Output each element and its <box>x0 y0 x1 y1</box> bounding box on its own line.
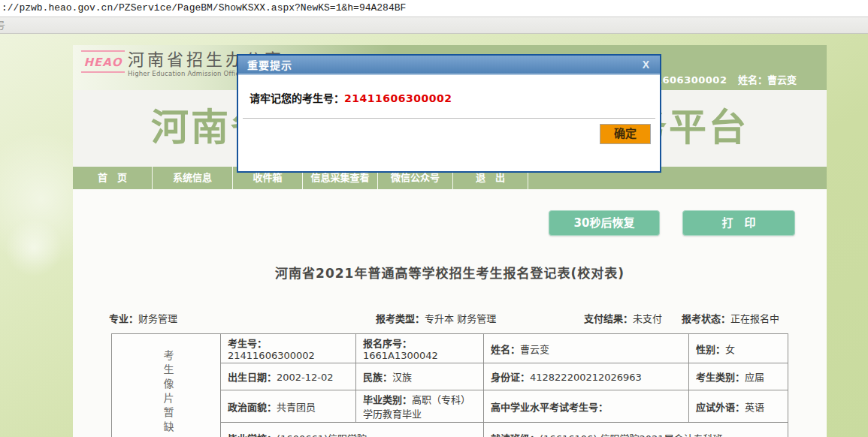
cell-enrolled-class: 就读班级：(16616106) 信阳学院2021届会计专科班 <box>484 423 788 437</box>
candidate-photo-placeholder: 考生像片暂缺 <box>112 334 221 437</box>
cell-graduation-school: 毕业学校：(1600661)信阳学院 <box>221 423 484 437</box>
nav-item-system-info[interactable]: 系统信息 <box>153 167 233 189</box>
browser-address-bar[interactable]: ://pzwb.heao.gov.cn/PZService/PageBM/Sho… <box>0 0 868 17</box>
registration-table: 考生像片暂缺 考生号：21411606300002 报名序号：1661A1300… <box>111 333 788 437</box>
dialog-message-label: 请牢记您的考生号： <box>250 92 344 104</box>
cell-hs-exam-number: 高中学业水平考试考生号： <box>484 390 689 423</box>
browser-toolbar: 号 <box>0 17 868 34</box>
toolbar-clipped-text: 号 <box>0 20 5 31</box>
form-summary-row: 专业：财务管理 报考类型：专升本 财务管理 支付结果：未支付 报考状态：正在报名… <box>73 311 827 327</box>
nav-item-home[interactable]: 首 页 <box>73 167 153 189</box>
dialog-candidate-number: 21411606300002 <box>344 92 452 104</box>
cell-candidate-type: 考生类别：应届 <box>689 363 788 390</box>
summary-major: 专业：财务管理 <box>109 311 177 325</box>
summary-apply-status: 报考状态：正在报名中 <box>682 311 779 325</box>
ok-button[interactable]: 确定 <box>600 124 651 144</box>
cell-bmxh: 报名序号：1661A1300042 <box>356 334 484 363</box>
close-icon[interactable]: X <box>643 59 660 71</box>
cell-ethnicity: 民族：汉族 <box>356 363 484 390</box>
cell-id-number: 身份证：412822200212026963 <box>484 363 689 390</box>
heao-logo-icon: HEAO <box>81 50 125 73</box>
dialog-body: 请牢记您的考生号：21411606300002 <box>238 75 660 105</box>
dialog-titlebar: 重要提示 X <box>238 56 660 75</box>
name-value: 曹云变 <box>767 74 797 86</box>
cell-political-status: 政治面貌：共青团员 <box>221 390 356 423</box>
summary-apply-type: 报考类型：专升本 财务管理 <box>376 311 496 325</box>
registration-form-title: 河南省2021年普通高等学校招生考生报名登记表(校对表) <box>73 263 827 282</box>
restore-countdown-button[interactable]: 30秒后恢复 <box>549 210 660 236</box>
dialog-divider <box>243 118 655 119</box>
table-row: 考生像片暂缺 考生号：21411606300002 报名序号：1661A1300… <box>112 334 788 363</box>
cell-graduation-category: 毕业类别：高职（专科）学历教育毕业 <box>356 390 484 423</box>
cell-birthdate: 出生日期：2002-12-02 <box>221 363 356 390</box>
cell-name: 姓名：曹云变 <box>484 334 689 363</box>
cell-foreign-language: 应试外语：英语 <box>689 390 788 423</box>
cell-gender: 性别：女 <box>689 334 788 363</box>
name-label: 姓名： <box>738 74 767 86</box>
important-notice-dialog: 重要提示 X 请牢记您的考生号：21411606300002 确定 <box>237 54 661 173</box>
summary-payment-result: 支付结果：未支付 <box>584 311 662 325</box>
cell-ksh: 考生号：21411606300002 <box>221 334 356 363</box>
print-button[interactable]: 打 印 <box>682 210 795 236</box>
dialog-title: 重要提示 <box>238 57 643 72</box>
main-content: 30秒后恢复 打 印 河南省2021年普通高等学校招生考生报名登记表(校对表) … <box>73 189 827 437</box>
